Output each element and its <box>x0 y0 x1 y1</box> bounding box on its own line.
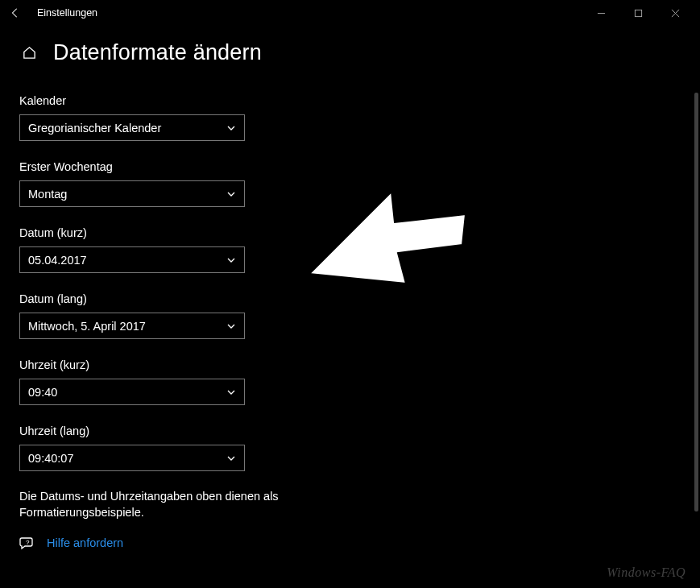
time-long-value: 09:40:07 <box>28 452 73 465</box>
format-hint-text: Die Datums- und Uhrzeitangaben oben dien… <box>19 489 293 520</box>
chevron-down-icon <box>226 255 236 265</box>
time-short-dropdown[interactable]: 09:40 <box>19 379 245 405</box>
first-day-label: Erster Wochentag <box>19 160 681 173</box>
date-long-dropdown[interactable]: Mittwoch, 5. April 2017 <box>19 313 245 339</box>
time-long-dropdown[interactable]: 09:40:07 <box>19 445 245 471</box>
first-day-dropdown[interactable]: Montag <box>19 180 245 207</box>
calendar-dropdown[interactable]: Gregorianischer Kalender <box>19 114 245 141</box>
svg-text:?: ? <box>26 539 30 546</box>
time-short-label: Uhrzeit (kurz) <box>19 358 681 371</box>
home-button[interactable] <box>19 43 39 63</box>
date-long-value: Mittwoch, 5. April 2017 <box>28 320 146 333</box>
calendar-label: Kalender <box>19 94 681 107</box>
chevron-down-icon <box>226 189 236 199</box>
watermark: Windows-FAQ <box>607 565 686 580</box>
close-button[interactable] <box>657 0 694 26</box>
back-button[interactable] <box>6 4 24 22</box>
svg-rect-1 <box>635 10 641 16</box>
help-link[interactable]: Hilfe anfordern <box>47 536 123 549</box>
help-chat-icon: ? <box>19 535 35 551</box>
window-title: Einstellungen <box>37 7 97 19</box>
page-title: Datenformate ändern <box>53 40 262 65</box>
date-short-label: Datum (kurz) <box>19 226 681 239</box>
first-day-value: Montag <box>28 188 67 201</box>
minimize-button[interactable] <box>582 0 619 26</box>
chevron-down-icon <box>226 123 236 133</box>
time-long-label: Uhrzeit (lang) <box>19 424 681 437</box>
chevron-down-icon <box>226 387 236 397</box>
maximize-button[interactable] <box>619 0 657 26</box>
scrollbar[interactable] <box>694 93 698 511</box>
date-short-dropdown[interactable]: 05.04.2017 <box>19 246 245 273</box>
date-long-label: Datum (lang) <box>19 292 681 305</box>
time-short-value: 09:40 <box>28 386 57 399</box>
chevron-down-icon <box>226 321 236 331</box>
calendar-value: Gregorianischer Kalender <box>28 122 161 135</box>
chevron-down-icon <box>226 453 236 463</box>
date-short-value: 05.04.2017 <box>28 254 87 267</box>
